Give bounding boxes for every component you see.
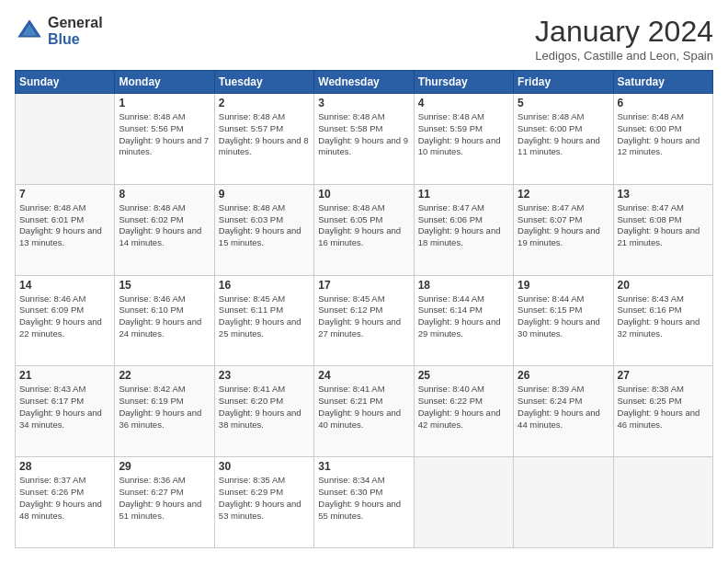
day-number-10: 10 — [318, 188, 409, 201]
day-info-10: Sunrise: 8:48 AMSunset: 6:05 PMDaylight:… — [318, 202, 409, 249]
day-number-29: 29 — [119, 460, 210, 473]
day-number-7: 7 — [19, 188, 110, 201]
week-row-1: 1Sunrise: 8:48 AMSunset: 5:56 PMDaylight… — [16, 94, 713, 185]
week-row-3: 14Sunrise: 8:46 AMSunset: 6:09 PMDayligh… — [16, 275, 713, 366]
cell-w4-d4: 25Sunrise: 8:40 AMSunset: 6:22 PMDayligh… — [414, 366, 513, 457]
calendar-page: General Blue January 2024 Ledigos, Casti… — [0, 0, 728, 563]
day-number-21: 21 — [19, 369, 110, 382]
cell-w5-d3: 31Sunrise: 8:34 AMSunset: 6:30 PMDayligh… — [314, 457, 414, 548]
day-number-1: 1 — [119, 97, 210, 109]
header-sunday: Sunday — [16, 71, 115, 94]
cell-w2-d5: 12Sunrise: 8:47 AMSunset: 6:07 PMDayligh… — [514, 184, 613, 275]
cell-w2-d4: 11Sunrise: 8:47 AMSunset: 6:06 PMDayligh… — [414, 184, 513, 275]
day-number-25: 25 — [418, 369, 509, 382]
header-wednesday: Wednesday — [314, 71, 414, 94]
header-monday: Monday — [115, 71, 214, 94]
week-row-5: 28Sunrise: 8:37 AMSunset: 6:26 PMDayligh… — [16, 457, 713, 548]
day-info-24: Sunrise: 8:41 AMSunset: 6:21 PMDaylight:… — [318, 384, 409, 431]
day-info-12: Sunrise: 8:47 AMSunset: 6:07 PMDaylight:… — [518, 202, 609, 249]
logo-icon — [15, 17, 44, 46]
cell-w1-d2: 2Sunrise: 8:48 AMSunset: 5:57 PMDaylight… — [214, 94, 313, 185]
day-info-25: Sunrise: 8:40 AMSunset: 6:22 PMDaylight:… — [418, 384, 509, 431]
day-number-5: 5 — [518, 97, 609, 109]
cell-w4-d5: 26Sunrise: 8:39 AMSunset: 6:24 PMDayligh… — [514, 366, 613, 457]
day-number-27: 27 — [618, 369, 709, 382]
day-info-2: Sunrise: 8:48 AMSunset: 5:57 PMDaylight:… — [219, 111, 310, 158]
cell-w5-d1: 29Sunrise: 8:36 AMSunset: 6:27 PMDayligh… — [115, 457, 214, 548]
day-info-27: Sunrise: 8:38 AMSunset: 6:25 PMDaylight:… — [618, 384, 709, 431]
day-number-3: 3 — [318, 97, 409, 109]
header-tuesday: Tuesday — [214, 71, 313, 94]
day-number-6: 6 — [618, 97, 709, 109]
cell-w5-d4 — [414, 457, 513, 548]
day-number-2: 2 — [219, 97, 310, 109]
cell-w1-d5: 5Sunrise: 8:48 AMSunset: 6:00 PMDaylight… — [514, 94, 613, 185]
cell-w3-d2: 16Sunrise: 8:45 AMSunset: 6:11 PMDayligh… — [214, 275, 313, 366]
day-number-11: 11 — [418, 188, 509, 201]
week-row-2: 7Sunrise: 8:48 AMSunset: 6:01 PMDaylight… — [16, 184, 713, 275]
day-info-15: Sunrise: 8:46 AMSunset: 6:10 PMDaylight:… — [119, 293, 210, 340]
header: General Blue January 2024 Ledigos, Casti… — [15, 15, 713, 63]
day-number-28: 28 — [19, 460, 110, 473]
day-info-11: Sunrise: 8:47 AMSunset: 6:06 PMDaylight:… — [418, 202, 509, 249]
cell-w5-d6 — [613, 457, 712, 548]
cell-w1-d4: 4Sunrise: 8:48 AMSunset: 5:59 PMDaylight… — [414, 94, 513, 185]
day-number-24: 24 — [318, 369, 409, 382]
day-info-14: Sunrise: 8:46 AMSunset: 6:09 PMDaylight:… — [19, 293, 110, 340]
day-info-22: Sunrise: 8:42 AMSunset: 6:19 PMDaylight:… — [119, 384, 210, 431]
cell-w3-d0: 14Sunrise: 8:46 AMSunset: 6:09 PMDayligh… — [16, 275, 115, 366]
header-saturday: Saturday — [613, 71, 712, 94]
day-info-6: Sunrise: 8:48 AMSunset: 6:00 PMDaylight:… — [618, 111, 709, 158]
day-number-8: 8 — [119, 188, 210, 201]
header-thursday: Thursday — [414, 71, 513, 94]
cell-w1-d6: 6Sunrise: 8:48 AMSunset: 6:00 PMDaylight… — [613, 94, 712, 185]
cell-w5-d2: 30Sunrise: 8:35 AMSunset: 6:29 PMDayligh… — [214, 457, 313, 548]
day-info-3: Sunrise: 8:48 AMSunset: 5:58 PMDaylight:… — [318, 111, 409, 158]
cell-w4-d6: 27Sunrise: 8:38 AMSunset: 6:25 PMDayligh… — [613, 366, 712, 457]
day-info-28: Sunrise: 8:37 AMSunset: 6:26 PMDaylight:… — [19, 475, 110, 522]
day-info-16: Sunrise: 8:45 AMSunset: 6:11 PMDaylight:… — [219, 293, 310, 340]
cell-w2-d6: 13Sunrise: 8:47 AMSunset: 6:08 PMDayligh… — [613, 184, 712, 275]
location: Ledigos, Castille and Leon, Spain — [535, 49, 713, 63]
day-number-15: 15 — [119, 279, 210, 292]
month-title: January 2024 — [535, 15, 713, 49]
logo: General Blue — [15, 15, 103, 47]
day-info-23: Sunrise: 8:41 AMSunset: 6:20 PMDaylight:… — [219, 384, 310, 431]
day-number-9: 9 — [219, 188, 310, 201]
weekday-header-row: Sunday Monday Tuesday Wednesday Thursday… — [16, 71, 713, 94]
day-info-21: Sunrise: 8:43 AMSunset: 6:17 PMDaylight:… — [19, 384, 110, 431]
day-number-26: 26 — [518, 369, 609, 382]
logo-blue-text: Blue — [48, 31, 103, 48]
day-number-13: 13 — [618, 188, 709, 201]
day-info-5: Sunrise: 8:48 AMSunset: 6:00 PMDaylight:… — [518, 111, 609, 158]
day-number-22: 22 — [119, 369, 210, 382]
cell-w5-d5 — [514, 457, 613, 548]
day-info-30: Sunrise: 8:35 AMSunset: 6:29 PMDaylight:… — [219, 475, 310, 522]
day-number-30: 30 — [219, 460, 310, 473]
day-number-17: 17 — [318, 279, 409, 292]
day-info-9: Sunrise: 8:48 AMSunset: 6:03 PMDaylight:… — [219, 202, 310, 249]
cell-w2-d3: 10Sunrise: 8:48 AMSunset: 6:05 PMDayligh… — [314, 184, 414, 275]
cell-w3-d3: 17Sunrise: 8:45 AMSunset: 6:12 PMDayligh… — [314, 275, 414, 366]
day-info-4: Sunrise: 8:48 AMSunset: 5:59 PMDaylight:… — [418, 111, 509, 158]
cell-w3-d6: 20Sunrise: 8:43 AMSunset: 6:16 PMDayligh… — [613, 275, 712, 366]
cell-w4-d2: 23Sunrise: 8:41 AMSunset: 6:20 PMDayligh… — [214, 366, 313, 457]
day-info-7: Sunrise: 8:48 AMSunset: 6:01 PMDaylight:… — [19, 202, 110, 249]
day-number-18: 18 — [418, 279, 509, 292]
logo-general-text: General — [48, 15, 103, 31]
calendar-table: Sunday Monday Tuesday Wednesday Thursday… — [15, 70, 713, 548]
cell-w4-d1: 22Sunrise: 8:42 AMSunset: 6:19 PMDayligh… — [115, 366, 214, 457]
day-info-18: Sunrise: 8:44 AMSunset: 6:14 PMDaylight:… — [418, 293, 509, 340]
logo-text: General Blue — [48, 15, 103, 47]
day-number-16: 16 — [219, 279, 310, 292]
day-info-29: Sunrise: 8:36 AMSunset: 6:27 PMDaylight:… — [119, 475, 210, 522]
day-number-20: 20 — [618, 279, 709, 292]
cell-w3-d5: 19Sunrise: 8:44 AMSunset: 6:15 PMDayligh… — [514, 275, 613, 366]
day-info-8: Sunrise: 8:48 AMSunset: 6:02 PMDaylight:… — [119, 202, 210, 249]
day-info-1: Sunrise: 8:48 AMSunset: 5:56 PMDaylight:… — [119, 111, 210, 158]
day-number-4: 4 — [418, 97, 509, 109]
day-number-19: 19 — [518, 279, 609, 292]
day-info-20: Sunrise: 8:43 AMSunset: 6:16 PMDaylight:… — [618, 293, 709, 340]
day-info-13: Sunrise: 8:47 AMSunset: 6:08 PMDaylight:… — [618, 202, 709, 249]
cell-w2-d2: 9Sunrise: 8:48 AMSunset: 6:03 PMDaylight… — [214, 184, 313, 275]
